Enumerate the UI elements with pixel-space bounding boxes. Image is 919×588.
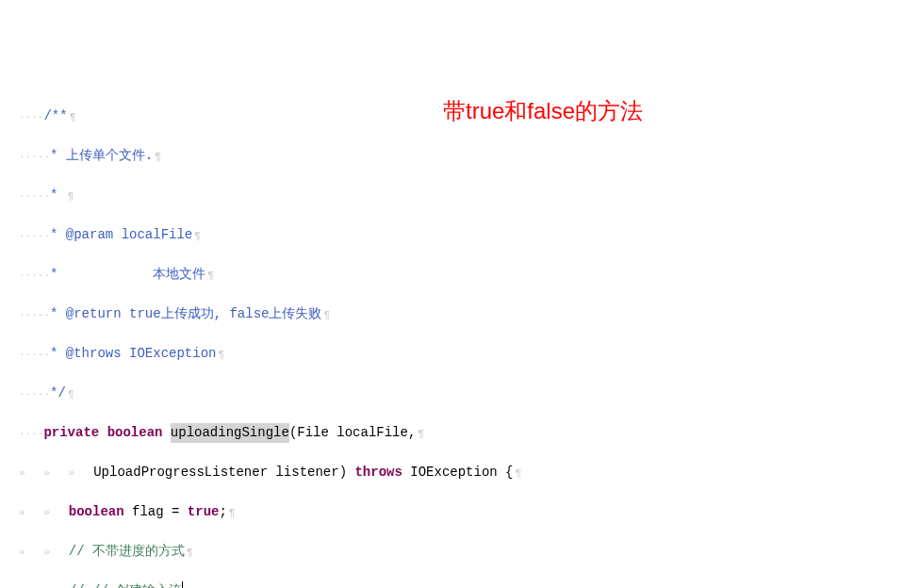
code-line: » » » UploadProgressListener listener) t… [19, 463, 919, 482]
annotation-overlay: 带true和false的方法 [443, 94, 643, 128]
whitespace: ····· [19, 268, 50, 284]
newline-marker: ¶ [68, 386, 74, 402]
newline-marker: ¶ [516, 466, 522, 482]
whitespace: » » [19, 545, 69, 561]
whitespace: ····· [19, 386, 50, 402]
javadoc-start: /** [43, 106, 67, 126]
whitespace: ····· [19, 228, 50, 244]
method-params: UploadProgressListener listener) [93, 463, 354, 482]
keyword-boolean: boolean [107, 423, 163, 443]
code-line: ·····* 本地文件¶ [19, 265, 919, 285]
newline-marker: ¶ [218, 347, 224, 363]
keyword-throws: throws [354, 463, 402, 482]
code-text: flag = [124, 502, 188, 522]
newline-marker: ¶ [194, 228, 201, 244]
keyword-boolean: boolean [69, 502, 124, 522]
code-line: » » boolean flag = true;¶ [19, 502, 919, 522]
newline-marker: ¶ [185, 584, 191, 588]
code-line: ····private boolean uploadingSingle(File… [19, 423, 919, 443]
comment-cursor: // // 创建输入流 [69, 581, 183, 588]
javadoc-return: * @return true上传成功, false上传失败 [50, 304, 321, 324]
whitespace: ····· [19, 307, 50, 323]
whitespace: ····· [19, 347, 50, 363]
whitespace: ···· [19, 109, 43, 125]
newline-marker: ¶ [68, 188, 74, 204]
javadoc-end: */ [50, 384, 66, 403]
newline-marker: ¶ [155, 149, 161, 165]
whitespace: ···· [19, 426, 43, 442]
comment: // 不带进度的方式 [69, 542, 185, 562]
keyword-private: private [43, 423, 99, 443]
newline-marker: ¶ [229, 505, 236, 521]
code-text: ; [219, 502, 226, 522]
code-line: ·····* @throws IOException¶ [19, 344, 919, 364]
javadoc-param: * @param localFile [50, 225, 192, 245]
code-line: » » // // 创建输入流¶ [19, 581, 919, 588]
whitespace: » » » [19, 466, 93, 482]
javadoc-throws: * @throws IOException [50, 344, 216, 364]
newline-marker: ¶ [207, 268, 214, 284]
newline-marker: ¶ [70, 109, 76, 125]
code-line: ·····* 上传单个文件.¶ [19, 146, 919, 166]
keyword-true: true [188, 502, 220, 522]
code-line: ·····* @return true上传成功, false上传失败¶ [19, 304, 919, 324]
newline-marker: ¶ [323, 307, 330, 323]
code-text: IOException { [402, 463, 514, 482]
whitespace: » » [19, 505, 69, 521]
newline-marker: ¶ [187, 545, 193, 561]
method-name-highlight: uploadingSingle [171, 423, 289, 443]
whitespace: » » [19, 584, 69, 588]
code-line: » » // 不带进度的方式¶ [19, 542, 919, 562]
javadoc-text: * 上传单个文件. [50, 146, 153, 166]
code-editor[interactable]: ····/**¶ ·····* 上传单个文件.¶ ·····* ¶ ·····*… [19, 87, 919, 588]
javadoc-text: * 本地文件 [50, 265, 205, 285]
newline-marker: ¶ [418, 426, 424, 442]
javadoc-text: * [50, 186, 66, 205]
code-line: ·····* ¶ [19, 186, 919, 205]
code-line: ·····*/¶ [19, 384, 919, 403]
whitespace: ····· [19, 188, 50, 204]
code-line: ·····* @param localFile¶ [19, 225, 919, 245]
method-params: (File localFile, [289, 423, 416, 443]
whitespace: ····· [19, 149, 50, 165]
